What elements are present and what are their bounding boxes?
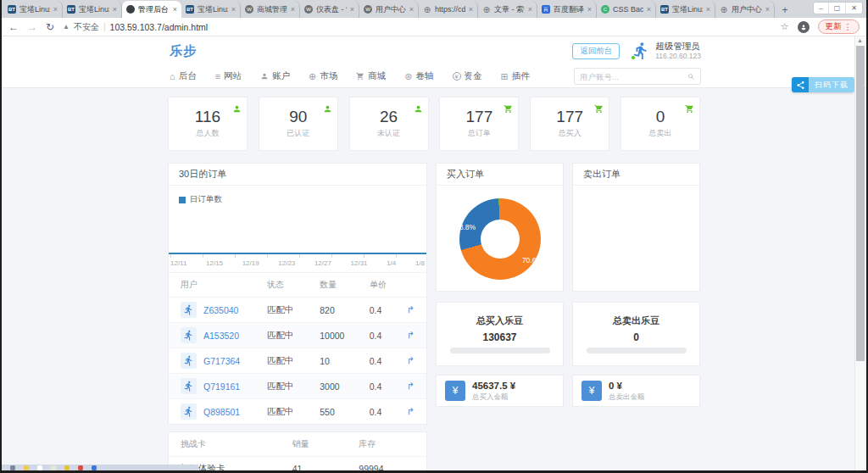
- tab-favicon-bt: BT: [67, 5, 75, 14]
- tab-close-icon[interactable]: ×: [647, 5, 651, 14]
- tab-close-icon[interactable]: ×: [706, 5, 710, 14]
- list-icon: ≡: [215, 71, 220, 81]
- admin-ip: 116.20.60.123: [655, 52, 701, 61]
- browser-tab[interactable]: ⊕用户中心 - 1×: [715, 1, 775, 18]
- browser-tab-active[interactable]: 管理后台×: [122, 1, 181, 18]
- table-header-row: 挑战卡 销量 库存: [169, 432, 426, 457]
- nav-item-market[interactable]: ⊕市场: [309, 70, 337, 82]
- nav-item-scroll[interactable]: ⊛卷轴: [404, 70, 433, 82]
- back-icon[interactable]: ←: [8, 21, 19, 33]
- total-buy-beans-card: 总买入乐豆 130637: [436, 302, 564, 366]
- user-id-link[interactable]: A153520: [203, 331, 239, 341]
- tab-close-icon[interactable]: ×: [528, 5, 532, 14]
- tab-close-icon[interactable]: ×: [231, 5, 236, 14]
- nav-item-plugins[interactable]: ⊞插件: [501, 70, 530, 82]
- sell-amount-label: 总卖出金额: [609, 392, 645, 402]
- stats-row: 116总人数 90已认证 26未认证 177总订单 177总买入 0总卖出: [168, 97, 700, 151]
- scrollbar-thumb[interactable]: [856, 46, 865, 361]
- runner-avatar-icon: [181, 353, 197, 369]
- col-header-user: 用户: [169, 273, 264, 298]
- jump-arrow-icon[interactable]: ↱: [407, 304, 415, 314]
- browser-tab[interactable]: W用户中心-索×: [359, 1, 419, 18]
- runner-avatar-icon: [181, 403, 197, 420]
- browser-tab[interactable]: BT宝塔Linux面×: [181, 1, 241, 18]
- nav-item-website[interactable]: ≡网站: [215, 70, 242, 82]
- price-cell: 0.4: [366, 399, 403, 425]
- person-icon: [323, 102, 332, 111]
- security-warning-label[interactable]: 不安全: [74, 21, 99, 33]
- tab-close-icon[interactable]: ×: [409, 5, 414, 14]
- page-scrollbar[interactable]: ▲: [854, 36, 865, 470]
- donut-label-orange: 70.6%: [522, 256, 542, 264]
- x-tick-label: 12/19: [242, 259, 259, 267]
- table-row[interactable]: Q898501 匹配中 550 0.4 ↱: [169, 399, 426, 425]
- reload-icon[interactable]: ↻: [46, 21, 54, 33]
- stat-card-total-users: 116总人数: [168, 97, 248, 151]
- maximize-button[interactable]: ▢: [829, 3, 847, 14]
- browser-tab[interactable]: ⊕https://cdn.×: [419, 1, 478, 18]
- table-row[interactable]: A153520 匹配中 10000 0.4 ↱: [169, 323, 426, 348]
- bookmark-star-icon[interactable]: ☆: [781, 21, 789, 32]
- stat-card-unverified: 26未认证: [349, 97, 429, 151]
- browser-update-button[interactable]: 更新⋮: [818, 19, 860, 34]
- stat-card-total-buy: 177总买入: [530, 97, 609, 151]
- close-button[interactable]: ✕: [846, 3, 862, 14]
- browser-tab[interactable]: W仪表盘 - 索×: [300, 1, 359, 18]
- forward-icon[interactable]: →: [27, 21, 37, 33]
- admin-account[interactable]: 超级管理员 116.20.60.123: [632, 41, 701, 61]
- jump-arrow-icon[interactable]: ↱: [407, 330, 415, 340]
- scrollbar-up-icon[interactable]: ▲: [855, 36, 865, 45]
- tab-close-icon[interactable]: ×: [291, 5, 295, 14]
- x-tick-label: 1/4: [387, 259, 396, 267]
- table-row[interactable]: Q719161 匹配中 3000 0.4 ↱: [169, 374, 426, 399]
- browser-profile-icon[interactable]: [798, 21, 810, 33]
- browser-tab[interactable]: BT宝塔Linux面×: [656, 1, 715, 18]
- tab-close-icon[interactable]: ×: [350, 5, 354, 14]
- tab-label: 宝塔Linux面: [198, 4, 228, 15]
- tab-close-icon[interactable]: ×: [53, 5, 58, 14]
- nav-item-accounts[interactable]: 账户: [260, 70, 290, 82]
- chart-legend[interactable]: 日订单数: [169, 192, 426, 205]
- total-sell-beans-card: 总卖出乐豆 0: [572, 302, 700, 366]
- nav-item-mall[interactable]: 商城: [356, 70, 386, 82]
- jump-arrow-icon[interactable]: ↱: [407, 381, 415, 391]
- user-id-link[interactable]: G717364: [203, 356, 240, 366]
- browser-tab[interactable]: BT宝塔Linux面×: [3, 1, 63, 18]
- stat-card-verified: 90已认证: [259, 97, 338, 151]
- user-id-link[interactable]: Z635040: [203, 305, 238, 315]
- beans-sell-title: 总卖出乐豆: [613, 314, 659, 327]
- nav-item-backend[interactable]: ⌂后台: [170, 70, 197, 82]
- user-id-link[interactable]: Q719161: [203, 381, 240, 392]
- user-search-input[interactable]: [580, 72, 684, 81]
- tab-favicon-css: C: [601, 5, 609, 14]
- site-logo[interactable]: 乐步: [170, 43, 197, 59]
- nav-item-funds[interactable]: ¥资金: [453, 70, 482, 82]
- browser-tab[interactable]: W商城管理 - 3×: [241, 1, 300, 18]
- download-float-button[interactable]: 扫码下载: [792, 77, 854, 92]
- buy-amount-label: 总买入金额: [472, 392, 515, 402]
- user-id-link[interactable]: Q898501: [203, 407, 240, 417]
- jump-arrow-icon[interactable]: ↱: [407, 406, 415, 416]
- jump-arrow-icon[interactable]: ↱: [407, 355, 415, 365]
- new-tab-button[interactable]: +: [777, 3, 793, 18]
- cart-icon: [356, 72, 364, 81]
- browser-tab[interactable]: 百百度翻译-20×: [537, 1, 597, 18]
- back-to-frontend-button[interactable]: 返回前台: [572, 43, 620, 59]
- x-tick-label: 12/31: [351, 259, 368, 267]
- tab-close-icon[interactable]: ×: [469, 5, 473, 14]
- url-text[interactable]: 103.59.103.7/admin.html: [110, 22, 209, 32]
- address-bar[interactable]: ▲ 不安全 | 103.59.103.7/admin.html: [63, 21, 772, 33]
- tab-close-icon[interactable]: ×: [113, 5, 117, 14]
- browser-tab[interactable]: BT宝塔Linux面×: [63, 1, 122, 18]
- stat-label: 总卖出: [648, 128, 671, 139]
- browser-tab[interactable]: CCSS Backgr×: [597, 1, 656, 18]
- minimize-button[interactable]: –: [814, 3, 828, 14]
- tab-close-icon[interactable]: ×: [765, 5, 770, 14]
- table-row[interactable]: Z635040 匹配中 820 0.4 ↱: [169, 298, 426, 323]
- table-row[interactable]: G717364 匹配中 10 0.4 ↱: [169, 348, 426, 374]
- browser-tab[interactable]: ⊕文章 - 索引×: [478, 1, 537, 18]
- tab-close-icon[interactable]: ×: [173, 5, 177, 14]
- tab-close-icon[interactable]: ×: [587, 5, 592, 14]
- search-icon[interactable]: [687, 73, 695, 81]
- donut-ring[interactable]: [459, 198, 541, 280]
